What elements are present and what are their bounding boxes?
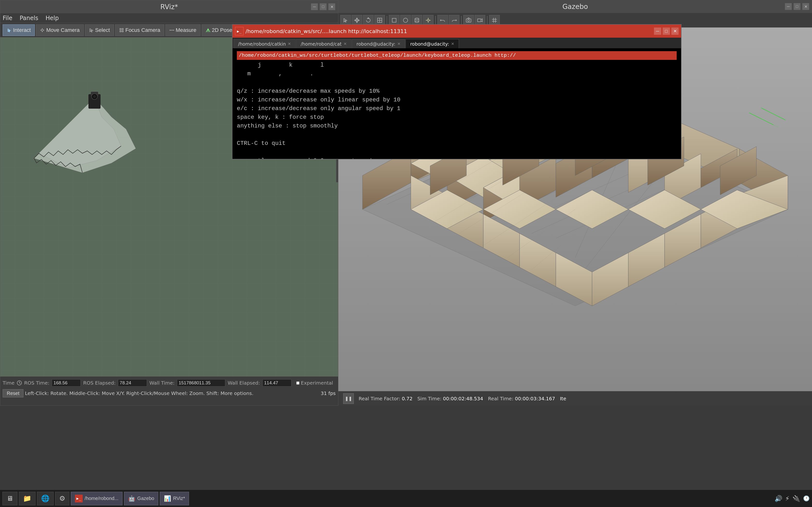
settings-icon: ⚙ xyxy=(59,495,65,502)
svg-marker-26 xyxy=(355,19,356,21)
laser-scan xyxy=(19,81,155,182)
rviz-titlebar: RViz* ─ □ ✕ xyxy=(0,0,338,13)
taskbar-files-button[interactable]: 📁 xyxy=(19,492,36,505)
gazebo-tool-translate[interactable] xyxy=(352,15,362,25)
terminal-tab-1[interactable]: /home/robond/catkin ✕ xyxy=(234,39,296,48)
taskbar-rviz-button[interactable]: 📊 RViz* xyxy=(160,492,189,505)
experimental-checkbox[interactable] xyxy=(296,382,299,385)
taskbar-systray: 🔊 ⚡ 🔌 🕐 xyxy=(774,495,810,502)
ros-elapsed-label: ROS Elapsed: xyxy=(83,380,115,386)
volume-icon[interactable]: 🔊 xyxy=(774,495,782,502)
terminal-tab-4[interactable]: robond@udacity: ✕ xyxy=(406,39,459,48)
gazebo-tool-grid[interactable] xyxy=(489,15,500,25)
power-icon[interactable]: ⚡ xyxy=(785,495,790,502)
wall-time-input[interactable] xyxy=(177,379,225,387)
svg-point-33 xyxy=(403,18,408,22)
terminal-keys-row2: m , . xyxy=(237,69,677,78)
svg-point-0 xyxy=(41,29,43,31)
robot-visualization xyxy=(19,81,155,182)
terminal-tab-2[interactable]: /home/robond/cat ✕ xyxy=(296,39,351,48)
focus-camera-button[interactable]: Focus Camera xyxy=(115,24,164,36)
sim-time-value: 00:00:02:48.534 xyxy=(443,396,483,401)
terminal-line-2: w/x : increase/decrease only linear spee… xyxy=(237,96,677,104)
terminal-tab-3[interactable]: robond@udacity: ✕ xyxy=(352,39,405,48)
gazebo-titlebar: Gazebo ─ □ ✕ xyxy=(338,0,812,13)
select-button[interactable]: Select xyxy=(85,24,114,36)
terminal-tabs: /home/robond/catkin ✕ /home/robond/cat ✕… xyxy=(233,38,681,48)
gazebo-tool-box[interactable] xyxy=(389,15,400,25)
terminal-keys-row1: j k l xyxy=(237,61,677,69)
svg-marker-25 xyxy=(356,21,358,23)
time-label: Time xyxy=(3,380,14,386)
taskbar-gazebo-button[interactable]: 🤖 Gazebo xyxy=(124,492,158,505)
rviz-minimize-button[interactable]: ─ xyxy=(311,3,318,10)
tab-3-close[interactable]: ✕ xyxy=(397,42,400,46)
wall-time-label: Wall Time: xyxy=(149,380,174,386)
tab-1-close[interactable]: ✕ xyxy=(288,42,291,46)
move-camera-button[interactable]: Move Camera xyxy=(36,24,84,36)
rviz-menu-file[interactable]: File xyxy=(3,15,12,21)
terminal-window: ▶_ /home/robond/catkin_ws/src/....launch… xyxy=(232,24,681,159)
browser-icon: 🌐 xyxy=(41,495,50,502)
gazebo-close-button[interactable]: ✕ xyxy=(802,3,809,10)
ros-elapsed-input[interactable] xyxy=(118,379,147,387)
taskbar-browser-button[interactable]: 🌐 xyxy=(37,492,54,505)
gazebo-toolbar-separator-3 xyxy=(461,16,462,24)
gazebo-tool-undo[interactable] xyxy=(438,15,448,25)
terminal-maximize-button[interactable]: □ xyxy=(663,27,670,35)
svg-rect-45 xyxy=(477,19,481,22)
rviz-info-row: Reset Left-Click: Rotate. Middle-Click: … xyxy=(3,389,336,398)
clock-display: 🕐 xyxy=(803,495,810,501)
gazebo-toolbar-separator-1 xyxy=(387,16,387,24)
taskbar-settings-button[interactable]: ⚙ xyxy=(55,492,69,505)
network-icon[interactable]: 🔌 xyxy=(793,495,800,502)
terminal-titlebar: ▶_ /home/robond/catkin_ws/src/....launch… xyxy=(233,24,681,38)
terminal-line-blank3 xyxy=(237,148,677,157)
terminal-line-4: space key, k : force stop xyxy=(237,113,677,122)
gazebo-pause-button[interactable]: ❚❚ xyxy=(343,393,354,404)
gazebo-tool-record[interactable] xyxy=(475,15,485,25)
gazebo-tool-light-point[interactable] xyxy=(423,15,434,25)
rviz-maximize-button[interactable]: □ xyxy=(320,3,326,10)
rviz-time-row: Time ROS Time: ROS Elapsed: Wall Time: W… xyxy=(3,378,336,388)
wall-elapsed-label: Wall Elapsed: xyxy=(227,380,260,386)
ros-time-input[interactable] xyxy=(52,379,81,387)
svg-point-18 xyxy=(93,95,96,98)
gazebo-tool-select[interactable] xyxy=(340,15,351,25)
experimental-label: Experimental xyxy=(301,380,333,386)
svg-point-38 xyxy=(427,19,429,21)
terminal-title-buttons: ─ □ ✕ xyxy=(654,27,678,35)
tab-4-close[interactable]: ✕ xyxy=(451,42,454,46)
svg-marker-46 xyxy=(481,19,483,22)
gazebo-tool-cylinder[interactable] xyxy=(412,15,422,25)
svg-marker-28 xyxy=(367,18,369,18)
rviz-taskbar-icon: 📊 xyxy=(164,495,171,502)
measure-button[interactable]: Measure xyxy=(165,24,201,36)
terminal-content[interactable]: /home/robond/catkin_ws/src/turtlebot/tur… xyxy=(233,48,681,159)
terminal-line-5: anything else : stop smoothly xyxy=(237,122,677,130)
terminal-close-button[interactable]: ✕ xyxy=(671,27,678,35)
gazebo-maximize-button[interactable]: □ xyxy=(794,3,800,10)
rviz-menu-panels[interactable]: Panels xyxy=(19,15,38,21)
terminal-taskbar-icon: ▶_ xyxy=(75,495,83,502)
tab-2-close[interactable]: ✕ xyxy=(344,42,347,46)
gazebo-tool-rotate[interactable] xyxy=(363,15,373,25)
wall-elapsed-input[interactable] xyxy=(262,379,292,387)
interact-button[interactable]: Interact xyxy=(3,24,35,36)
gazebo-tool-redo[interactable] xyxy=(449,15,459,25)
gazebo-minimize-button[interactable]: ─ xyxy=(785,3,792,10)
taskbar-desktop-button[interactable]: 🖥 xyxy=(2,492,17,505)
gazebo-tool-camera[interactable] xyxy=(463,15,474,25)
rviz-close-button[interactable]: ✕ xyxy=(328,3,335,10)
svg-rect-32 xyxy=(392,18,396,22)
taskbar-terminal-button[interactable]: ▶_ /home/robond... xyxy=(71,492,122,505)
svg-line-21 xyxy=(19,383,20,383)
terminal-line-6: CTRL-C to quit xyxy=(237,139,677,148)
reset-button[interactable]: Reset xyxy=(3,389,23,397)
terminal-minimize-button[interactable]: ─ xyxy=(654,27,661,35)
rviz-menu-help[interactable]: Help xyxy=(45,15,59,21)
gazebo-tool-scale[interactable] xyxy=(374,15,385,25)
taskbar: 🖥 📁 🌐 ⚙ ▶_ /home/robond... 🤖 Gazebo 📊 RV… xyxy=(0,490,812,507)
svg-rect-6 xyxy=(122,29,123,30)
gazebo-tool-sphere[interactable] xyxy=(400,15,411,25)
